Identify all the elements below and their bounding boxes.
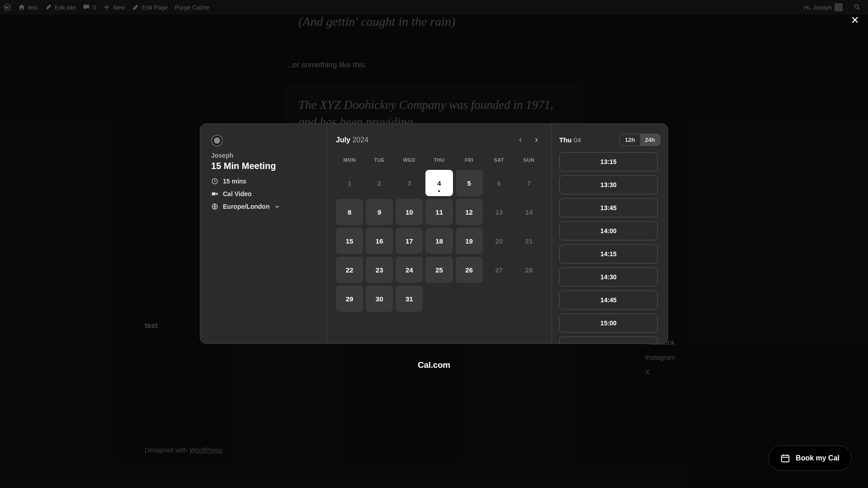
timeslot-button[interactable]: 13:45: [559, 198, 658, 217]
calendar-day: 2: [366, 170, 393, 196]
location-label: Cal Video: [223, 190, 252, 197]
calendar-dow: TUE: [366, 155, 393, 167]
calendar-grid: MONTUEWEDTHUFRISATSUN1234567891011121314…: [336, 155, 542, 312]
calendar-day[interactable]: 8: [336, 199, 363, 225]
timeslot-panel: Thu 04 12h 24h 13:1513:3013:4514:0014:15…: [552, 124, 668, 343]
calendar-icon: [780, 453, 790, 463]
calendar-day[interactable]: 19: [456, 228, 483, 254]
calendar-day[interactable]: 29: [336, 286, 363, 312]
calendar-day[interactable]: 22: [336, 257, 363, 283]
calendar-month-label: July 2024: [336, 136, 368, 144]
calendar-day[interactable]: 16: [366, 228, 393, 254]
chevron-down-icon: [274, 203, 280, 210]
time-format-toggle: 12h 24h: [619, 134, 660, 146]
calendar-dow: THU: [425, 155, 453, 167]
timeslot-button[interactable]: 13:15: [559, 152, 658, 171]
meeting-title: 15 Min Meeting: [211, 161, 316, 171]
calendar-day[interactable]: 5: [456, 170, 483, 196]
calendar-day[interactable]: 24: [396, 257, 423, 283]
book-my-cal-button[interactable]: Book my Cal: [768, 446, 852, 471]
calendar-day: 27: [486, 257, 513, 283]
calendar-dow: SUN: [515, 155, 542, 167]
calendar-dow: MON: [336, 155, 363, 167]
cal-com-logo[interactable]: Cal.com: [418, 360, 450, 370]
calendar-day[interactable]: 30: [366, 286, 393, 312]
svg-rect-5: [782, 455, 789, 462]
calendar-panel: July 2024 MONTUEWEDTHUFRISATSUN123456789…: [327, 124, 552, 343]
calendar-day[interactable]: 4: [425, 170, 453, 196]
timeslot-list[interactable]: 13:1513:3013:4514:0014:1514:3014:4515:00…: [559, 152, 660, 343]
timeslot-button[interactable]: 15:00: [559, 314, 658, 333]
calendar-day: 7: [515, 170, 542, 196]
calendar-day[interactable]: 18: [425, 228, 453, 254]
calendar-day[interactable]: 25: [425, 257, 453, 283]
timeslot-button[interactable]: 14:30: [559, 267, 658, 286]
calendar-day[interactable]: 9: [366, 199, 393, 225]
calendar-day: 20: [486, 228, 513, 254]
calendar-day[interactable]: 31: [396, 286, 423, 312]
calendar-day[interactable]: 10: [396, 199, 423, 225]
calendar-day: 3: [396, 170, 423, 196]
calendar-day[interactable]: 11: [425, 199, 453, 225]
timeslot-button[interactable]: 15:15: [559, 337, 658, 343]
booking-modal: Joseph 15 Min Meeting 15 mins Cal Video …: [200, 123, 668, 344]
clock-icon: [211, 178, 218, 185]
prev-month-button[interactable]: [514, 134, 527, 146]
calendar-day[interactable]: 12: [456, 199, 483, 225]
timezone-label: Europe/London: [223, 203, 269, 210]
calendar-day[interactable]: 26: [456, 257, 483, 283]
calendar-day: 28: [515, 257, 542, 283]
host-name: Joseph: [211, 152, 316, 159]
duration-label: 15 mins: [223, 178, 246, 185]
calendar-dow: SAT: [486, 155, 513, 167]
selected-date-label: Thu 04: [559, 136, 581, 144]
calendar-day: 6: [486, 170, 513, 196]
calendar-day: 13: [486, 199, 513, 225]
svg-rect-3: [212, 192, 216, 195]
timeslot-button[interactable]: 14:45: [559, 291, 658, 310]
host-avatar: [211, 135, 223, 146]
fab-label: Book my Cal: [796, 454, 840, 462]
globe-icon: [211, 203, 218, 210]
calendar-day: 1: [336, 170, 363, 196]
timezone-selector[interactable]: Europe/London: [211, 203, 316, 210]
calendar-day[interactable]: 15: [336, 228, 363, 254]
timeslot-button[interactable]: 13:30: [559, 175, 658, 194]
next-month-button[interactable]: [530, 134, 542, 146]
booking-info-panel: Joseph 15 Min Meeting 15 mins Cal Video …: [200, 124, 327, 343]
timeslot-button[interactable]: 14:00: [559, 221, 658, 240]
format-24h-button[interactable]: 24h: [640, 134, 660, 145]
close-button[interactable]: ✕: [851, 14, 859, 26]
calendar-dow: FRI: [456, 155, 483, 167]
timeslot-button[interactable]: 14:15: [559, 244, 658, 263]
duration-row: 15 mins: [211, 178, 316, 185]
calendar-day: 21: [515, 228, 542, 254]
calendar-day[interactable]: 23: [366, 257, 393, 283]
video-icon: [211, 190, 218, 197]
calendar-day[interactable]: 17: [396, 228, 423, 254]
calendar-day: 14: [515, 199, 542, 225]
format-12h-button[interactable]: 12h: [620, 134, 640, 145]
location-row: Cal Video: [211, 190, 316, 197]
calendar-dow: WED: [396, 155, 423, 167]
